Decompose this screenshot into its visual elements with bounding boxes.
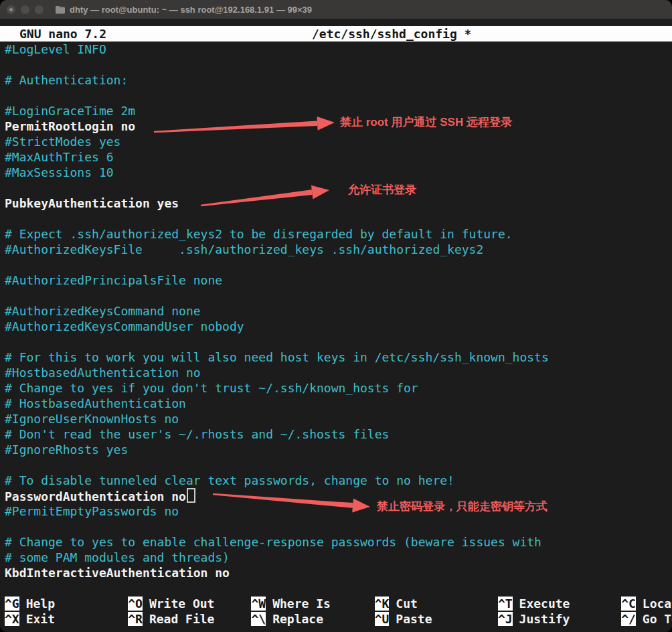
window-title: dhty — root@ubuntu: ~ — ssh root@192.168… (70, 5, 312, 15)
close-dot-icon (9, 8, 13, 11)
shortcut-help[interactable]: ^GHelp (5, 596, 55, 611)
config-line[interactable]: PubkeyAuthentication yes (5, 195, 672, 211)
config-line[interactable]: #IgnoreRhosts yes (5, 442, 672, 457)
shortcut-label: Location (643, 597, 672, 611)
shortcut-key: ^U (375, 612, 390, 626)
config-line[interactable]: # some PAM modules and threads) (5, 550, 672, 565)
config-line[interactable] (5, 180, 672, 195)
config-line[interactable]: # Don't read the user's ~/.rhosts and ~/… (5, 426, 672, 442)
shortcut-label: Help (26, 597, 55, 611)
shortcut-key: ^T (498, 597, 513, 611)
config-line[interactable] (5, 519, 672, 534)
shortcut-key: ^G (5, 597, 19, 611)
config-line[interactable]: KbdInteractiveAuthentication no (5, 565, 672, 580)
config-line[interactable]: #LogLevel INFO (5, 42, 672, 57)
config-line[interactable]: #LoginGraceTime 2m (5, 103, 672, 118)
config-line[interactable]: PermitRootLogin no (5, 118, 672, 134)
shortcut-label: Execute (519, 597, 570, 611)
config-line[interactable]: #AuthorizedPrincipalsFile none (5, 272, 672, 288)
terminal-screen[interactable]: GNU nano 7.2 /etc/ssh/sshd_config * #Log… (0, 19, 672, 632)
shortcut-label: Replace (272, 612, 323, 626)
shortcut-replace[interactable]: ^\Replace (251, 611, 323, 627)
shortcut-label: Where Is (272, 597, 331, 611)
shortcut-key: ^J (498, 612, 513, 626)
titlebar[interactable]: dhty — root@ubuntu: ~ — ssh root@192.168… (0, 0, 672, 19)
shortcut-justify[interactable]: ^JJustify (498, 611, 570, 627)
shortcut-label: Read File (149, 612, 215, 626)
config-line[interactable]: #MaxSessions 10 (5, 165, 672, 180)
config-line[interactable]: #PermitEmptyPasswords no (5, 503, 672, 519)
nano-titlebar: GNU nano 7.2 /etc/ssh/sshd_config * (0, 26, 672, 42)
nano-filename: /etc/ssh/sshd_config * (312, 26, 471, 42)
nano-shortcut-row-2: ^XExit^RRead File^\Replace^UPaste^JJusti… (0, 611, 672, 627)
shortcut-label: Write Out (149, 597, 215, 611)
shortcut-cut[interactable]: ^KCut (375, 596, 418, 611)
config-line[interactable]: PasswordAuthentication no (5, 488, 672, 503)
config-line[interactable] (5, 334, 672, 349)
config-line[interactable]: #IgnoreUserKnownHosts no (5, 411, 672, 426)
shortcut-label: Cut (396, 597, 418, 611)
config-line[interactable]: # HostbasedAuthentication (5, 396, 672, 411)
shortcut-key: ^\ (251, 612, 266, 626)
config-line[interactable]: # For this to work you will also need ho… (5, 349, 672, 365)
config-line[interactable]: # Expect .ssh/authorized_keys2 to be dis… (5, 226, 672, 242)
text-cursor (187, 488, 195, 503)
config-line[interactable]: #MaxAuthTries 6 (5, 149, 672, 165)
shortcut-read-file[interactable]: ^RRead File (128, 611, 214, 627)
shortcut-key: ^W (251, 597, 266, 611)
config-line[interactable]: #HostbasedAuthentication no (5, 365, 672, 380)
config-line[interactable] (5, 288, 672, 303)
folder-icon (55, 5, 66, 14)
shortcut-key: ^K (375, 597, 390, 611)
config-line[interactable] (5, 211, 672, 226)
traffic-lights (0, 5, 44, 14)
shortcut-key: ^C (621, 597, 636, 611)
config-line[interactable]: #AuthorizedKeysFile .ssh/authorized_keys… (5, 242, 672, 257)
zoom-button[interactable] (35, 5, 44, 14)
nano-version: GNU nano 7.2 (19, 26, 106, 42)
config-line[interactable] (5, 57, 672, 72)
nano-shortcut-row-1: ^GHelp^OWrite Out^WWhere Is^KCut^TExecut… (0, 596, 672, 611)
editor-buffer[interactable]: #LogLevel INFO# Authentication:#LoginGra… (5, 42, 672, 596)
shortcut-go-to-line[interactable]: ^/Go To Line (621, 611, 672, 627)
minimize-button[interactable] (21, 5, 29, 14)
config-line[interactable]: # Change to yes if you don't trust ~/.ss… (5, 380, 672, 396)
close-button[interactable] (7, 5, 15, 14)
shortcut-write-out[interactable]: ^OWrite Out (128, 596, 214, 611)
shortcut-key: ^O (128, 597, 143, 611)
config-line[interactable]: # Change to yes to enable challenge-resp… (5, 534, 672, 550)
shortcut-label: Exit (26, 612, 55, 626)
config-line[interactable]: #AuthorizedKeysCommandUser nobody (5, 319, 672, 334)
shortcut-exit[interactable]: ^XExit (5, 611, 55, 627)
shortcut-location[interactable]: ^CLocation (621, 596, 672, 611)
config-line[interactable] (5, 257, 672, 272)
shortcut-paste[interactable]: ^UPaste (375, 611, 432, 627)
shortcut-key: ^X (5, 612, 19, 626)
config-line[interactable]: # Authentication: (5, 72, 672, 88)
config-line[interactable]: # To disable tunneled clear text passwor… (5, 473, 672, 488)
shortcut-label: Justify (519, 612, 570, 626)
shortcut-where-is[interactable]: ^WWhere Is (251, 596, 330, 611)
shortcut-key: ^R (128, 612, 143, 626)
shortcut-label: Go To Line (643, 612, 672, 626)
shortcut-label: Paste (396, 612, 432, 626)
config-line[interactable] (5, 580, 672, 596)
shortcut-execute[interactable]: ^TExecute (498, 596, 570, 611)
terminal-window: dhty — root@ubuntu: ~ — ssh root@192.168… (0, 0, 672, 632)
config-line[interactable] (5, 457, 672, 473)
config-line[interactable] (5, 88, 672, 103)
shortcut-key: ^/ (621, 612, 636, 626)
config-line[interactable]: #StrictModes yes (5, 134, 672, 149)
config-line[interactable]: #AuthorizedKeysCommand none (5, 303, 672, 319)
